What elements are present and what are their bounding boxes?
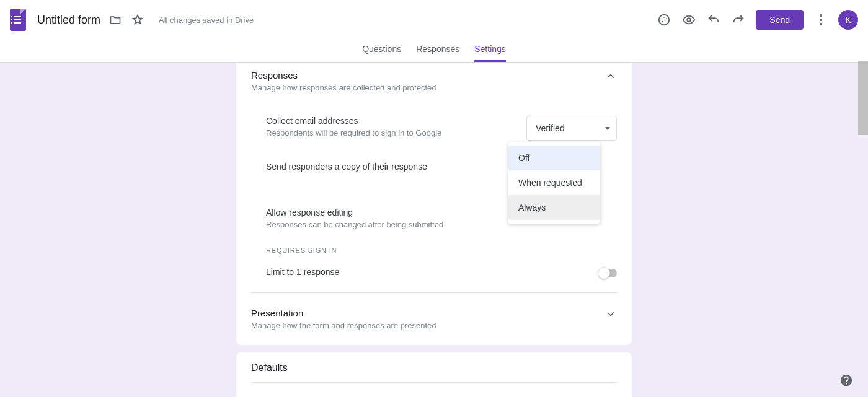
save-status: All changes saved in Drive [159,15,254,25]
svg-point-2 [663,17,665,18]
section-title: Presentation [251,308,436,318]
redo-icon[interactable] [731,12,746,27]
tab-questions[interactable]: Questions [362,44,401,62]
help-icon[interactable] [839,373,854,388]
svg-point-3 [666,18,667,19]
menu-item-when-requested[interactable]: When requested [508,170,600,195]
option-title: Collect email addresses [266,116,441,126]
divider [251,292,617,293]
section-form-defaults[interactable]: Form defaults Settings applied to this f… [251,383,617,397]
eye-icon[interactable] [681,12,696,27]
tab-responses[interactable]: Responses [416,44,459,62]
svg-point-1 [662,18,663,19]
section-subtitle: Manage how the form and responses are pr… [251,321,436,330]
requires-signin-label: REQUIRES SIGN IN [266,246,617,254]
option-subtitle: Responses can be changed after being sub… [266,220,443,229]
avatar[interactable]: K [838,10,858,30]
form-title[interactable]: Untitled form [37,14,100,27]
option-title: Send responders a copy of their response [266,162,427,172]
palette-icon[interactable] [657,12,671,27]
more-icon[interactable] [813,14,828,25]
star-icon[interactable] [130,12,145,27]
svg-point-0 [659,15,670,25]
svg-point-4 [662,21,663,22]
content-area: Responses Manage how responses are colle… [0,63,868,397]
option-title: Limit to 1 response [266,267,339,277]
dropdown-value: Verified [536,123,565,133]
limit-toggle[interactable] [600,269,617,277]
section-responses[interactable]: Responses Manage how responses are colle… [251,63,617,92]
toggle-knob [598,267,610,279]
menu-item-off[interactable]: Off [508,146,600,170]
collect-email-dropdown[interactable]: Verified [526,116,617,141]
option-subtitle: Respondents will be required to sign in … [266,128,441,137]
tab-settings[interactable]: Settings [474,44,506,62]
undo-icon[interactable] [706,12,721,27]
svg-point-5 [688,18,691,22]
defaults-title: Defaults [251,362,617,383]
option-title: Allow response editing [266,207,443,217]
forms-logo-icon[interactable] [10,9,26,31]
menu-item-always[interactable]: Always [508,195,600,220]
chevron-up-icon[interactable] [604,70,617,85]
folder-icon[interactable] [108,12,123,27]
send-copy-dropdown-menu: Off When requested Always [508,142,600,224]
option-collect-email: Collect email addresses Respondents will… [266,108,617,141]
arrow-down-icon [605,127,610,130]
app-header: Untitled form All changes saved in Drive… [0,0,868,40]
option-limit-response: Limit to 1 response [266,259,617,277]
section-presentation[interactable]: Presentation Manage how the form and res… [251,300,617,330]
section-subtitle: Manage how responses are collected and p… [251,83,436,92]
scrollbar[interactable] [858,61,868,135]
header-actions: Send K [657,10,858,30]
chevron-down-icon[interactable] [604,308,617,323]
defaults-card: Defaults Form defaults Settings applied … [236,352,632,397]
tabbar: Questions Responses Settings [0,40,868,62]
send-button[interactable]: Send [756,10,804,30]
section-title: Responses [251,70,436,81]
